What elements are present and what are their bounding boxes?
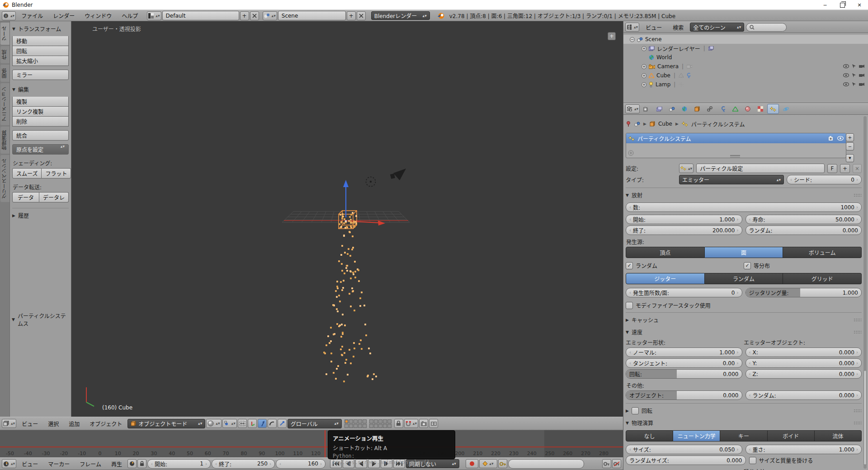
properties-scrollbar[interactable] xyxy=(863,116,867,469)
tab-material[interactable] xyxy=(742,104,754,114)
timeline-frame-menu[interactable]: フレーム xyxy=(75,460,106,468)
layout-add-button[interactable]: + xyxy=(240,11,249,20)
even-distribution-checkbox[interactable]: ✓等分布 xyxy=(744,262,862,269)
panel-emission[interactable]: ▼放射 xyxy=(626,191,862,199)
expand-icon[interactable]: + xyxy=(642,82,646,87)
select-menu[interactable]: 選択 xyxy=(43,420,63,428)
tangent-phase-slider[interactable]: 回転:0.000 xyxy=(626,369,742,379)
menu-render[interactable]: レンダー xyxy=(48,12,79,19)
use-modifier-stack-checkbox[interactable]: モディファイアースタック使用 xyxy=(626,301,862,309)
active-keying-set-icon[interactable] xyxy=(498,459,507,468)
maximize-button[interactable] xyxy=(834,0,851,10)
view-menu[interactable]: ビュー xyxy=(17,420,42,428)
rotate-button[interactable]: 回転 xyxy=(12,46,69,56)
set-origin-dropdown[interactable]: 原点を設定▲▼ xyxy=(12,144,69,155)
frame-end-field[interactable]: ‹終了:250› xyxy=(212,459,275,469)
transform-orientation-select[interactable]: グローバル▲▼ xyxy=(288,419,342,428)
outliner-search-menu[interactable]: 検索 xyxy=(668,24,688,31)
panel-grip[interactable] xyxy=(854,318,862,322)
restrict-toggles[interactable] xyxy=(843,64,864,69)
tab-render-layers[interactable] xyxy=(653,104,665,114)
tab-grease-pencil[interactable]: グリースペンシル xyxy=(0,155,9,202)
seed-field[interactable]: ‹シード:0› xyxy=(787,175,862,184)
use-preview-range-icon[interactable] xyxy=(127,459,137,468)
panel-history[interactable]: ▶履歴 xyxy=(12,212,69,219)
data-layer-transfer-button[interactable]: データレ xyxy=(39,192,69,202)
panel-grip[interactable] xyxy=(854,330,862,334)
particle-type-select[interactable]: エミッター▲▼ xyxy=(679,175,784,184)
object-z-field[interactable]: ‹Z:0.000› xyxy=(745,369,862,379)
timeline-marker-menu[interactable]: マーカー xyxy=(43,460,74,468)
outliner-row-lamp[interactable]: + Lamp | xyxy=(623,80,868,89)
tab-world[interactable] xyxy=(679,104,690,114)
render-engine-select[interactable]: Blenderレンダー▲▼ xyxy=(371,11,430,20)
scene-add-button[interactable]: + xyxy=(347,11,356,20)
lifetime-random-field[interactable]: ランダム:0.000 xyxy=(745,226,862,235)
lock-to-scene-icon[interactable] xyxy=(394,419,403,428)
tab-particles[interactable] xyxy=(767,104,779,114)
cursor-select-icon[interactable] xyxy=(852,64,856,69)
current-frame-field[interactable]: ‹160› xyxy=(276,459,326,469)
unlink-settings-button[interactable]: × xyxy=(853,164,862,173)
outliner-view-menu[interactable]: ビュー xyxy=(641,24,666,31)
editor-type-timeline-icon[interactable]: ▲▼ xyxy=(2,459,16,468)
outliner-scope-select[interactable]: 全てのシーン▲▼ xyxy=(690,23,744,32)
physics-boids[interactable]: ボイド xyxy=(768,430,815,442)
shade-smooth-button[interactable]: スムーズ xyxy=(12,168,42,179)
particles-per-face-field[interactable]: ‹発生箇所数/面:0› xyxy=(626,288,742,297)
pin-icon[interactable] xyxy=(626,121,631,127)
tab-physics[interactable]: 物理演算 xyxy=(0,127,9,154)
restrict-toggles[interactable] xyxy=(843,82,864,87)
tab-constraints[interactable] xyxy=(704,104,716,114)
scene-name-field[interactable]: Scene xyxy=(278,11,346,20)
redo-panel[interactable]: ▼パーティクルシステムス xyxy=(12,312,71,327)
eye-icon[interactable] xyxy=(843,73,849,77)
duplicate-button[interactable]: 複製 xyxy=(12,97,69,107)
screen-layout-field[interactable]: Default xyxy=(162,11,239,20)
expand-icon[interactable]: + xyxy=(642,73,646,78)
remove-particle-system-button[interactable]: − xyxy=(846,142,854,150)
tab-object[interactable] xyxy=(691,104,703,114)
physics-newtonian[interactable]: ニュートン力学 xyxy=(673,430,720,442)
particle-settings-browse[interactable]: ▲▼ xyxy=(679,164,693,173)
multiply-mass-checkbox[interactable]: サイズと質量を掛ける xyxy=(749,456,862,465)
render-opengl-still-button[interactable] xyxy=(419,419,428,428)
layers-widget[interactable] xyxy=(344,419,392,428)
physics-none[interactable]: なし xyxy=(626,430,673,442)
distribution-grid[interactable]: グリッド xyxy=(783,273,862,284)
mass-field[interactable]: ‹重さ:1.000› xyxy=(745,445,862,454)
new-settings-button[interactable]: + xyxy=(840,164,850,173)
tab-modifiers[interactable] xyxy=(717,104,728,114)
panel-edit[interactable]: ▼編集 xyxy=(12,85,69,93)
tab-data[interactable] xyxy=(729,104,741,114)
emit-from-verts[interactable]: 頂点 xyxy=(626,247,705,258)
breadcrumb-object[interactable]: Cube xyxy=(658,121,672,127)
frame-end-field[interactable]: ‹終了:200.000› xyxy=(626,226,742,235)
manipulator-scale-button[interactable] xyxy=(278,419,287,428)
manipulator-translate-button[interactable] xyxy=(258,419,267,428)
mirror-button[interactable]: ミラー xyxy=(12,70,69,80)
keying-set-select[interactable]: ▲▼ xyxy=(479,459,497,468)
scene-icon[interactable] xyxy=(634,122,640,127)
distribution-random[interactable]: ランダム xyxy=(705,273,783,284)
close-button[interactable]: ✕ xyxy=(851,0,868,10)
object-x-field[interactable]: ‹X:0.000› xyxy=(745,348,862,357)
tab-physics[interactable] xyxy=(780,104,792,114)
menu-help[interactable]: ヘルプ xyxy=(117,12,142,19)
tangent-velocity-field[interactable]: ‹タンジェント:0.00› xyxy=(626,358,742,368)
restrict-toggles[interactable] xyxy=(843,73,864,78)
scale-button[interactable]: 拡大縮小 xyxy=(12,56,69,66)
manipulator-axis-icon[interactable] xyxy=(248,419,257,428)
add-particle-system-button[interactable]: + xyxy=(846,133,854,141)
pivot-point-select[interactable]: ▲▼ xyxy=(222,419,237,428)
breadcrumb-target[interactable]: パーティクルシステム xyxy=(691,120,745,128)
timeline-track[interactable]: -50-40-30-20-100102030405060708090100110… xyxy=(0,430,623,457)
panel-grip[interactable] xyxy=(854,409,862,413)
tab-relations[interactable]: 関係 xyxy=(0,65,9,82)
eye-icon[interactable] xyxy=(843,64,849,68)
collapse-icon[interactable]: − xyxy=(630,37,635,42)
expand-icon[interactable]: + xyxy=(642,46,646,51)
tab-texture[interactable] xyxy=(755,104,766,114)
cursor-select-icon[interactable] xyxy=(852,73,856,78)
translate-button[interactable]: 移動 xyxy=(12,36,69,46)
